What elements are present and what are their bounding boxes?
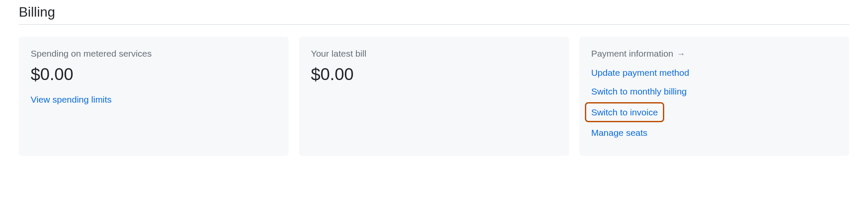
payment-links-list: Update payment method Switch to monthly … [591,65,837,141]
view-spending-limits-link[interactable]: View spending limits [31,95,112,104]
page-title: Billing [19,4,849,25]
switch-to-invoice-highlight: Switch to invoice [585,102,664,123]
billing-cards-row: Spending on metered services $0.00 View … [19,37,849,156]
spending-card: Spending on metered services $0.00 View … [19,37,289,156]
payment-info-card: Payment information → Update payment met… [579,37,849,156]
payment-info-title-text: Payment information [591,49,674,59]
latest-bill-card-title: Your latest bill [311,49,557,59]
arrow-right-icon: → [677,49,685,59]
latest-bill-card: Your latest bill $0.00 [299,37,569,156]
switch-monthly-billing-link[interactable]: Switch to monthly billing [591,83,687,100]
payment-information-link[interactable]: Payment information → [591,49,686,59]
update-payment-method-link[interactable]: Update payment method [591,65,689,81]
manage-seats-link[interactable]: Manage seats [591,125,648,141]
spending-amount: $0.00 [31,65,277,84]
spending-card-title: Spending on metered services [31,49,277,59]
switch-to-invoice-link[interactable]: Switch to invoice [591,107,658,117]
latest-bill-amount: $0.00 [311,65,557,84]
